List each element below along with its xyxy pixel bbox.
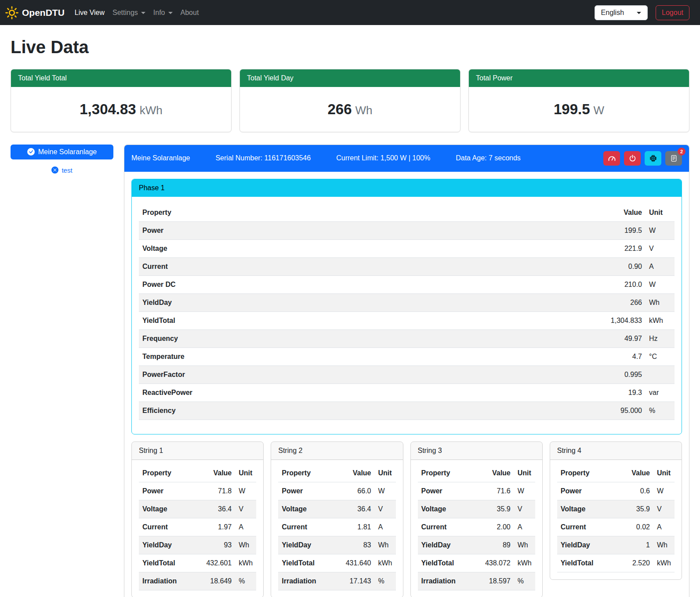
- unit-cell: Wh: [235, 536, 256, 554]
- table-row: Power 199.5 W: [139, 221, 675, 239]
- table-header-row: Property Value Unit: [278, 464, 395, 482]
- nav-info[interactable]: Info: [149, 4, 177, 22]
- journal-text-icon: [670, 155, 678, 162]
- nav-about[interactable]: About: [177, 4, 203, 22]
- check-circle-icon: [27, 148, 35, 156]
- value-cell: 17.143: [332, 572, 374, 590]
- column-header-value: Value: [616, 464, 653, 482]
- brand-label: OpenDTU: [22, 6, 65, 20]
- unit-cell: V: [375, 500, 396, 518]
- value-cell: 1,304.833: [442, 311, 646, 329]
- table-row: YieldDay 89 Wh: [418, 536, 535, 554]
- summary-card: Total Yield Total 1,304.83kWh: [11, 69, 232, 132]
- language-select[interactable]: English: [595, 5, 648, 20]
- event-log-button[interactable]: 2: [665, 151, 682, 166]
- property-cell: Efficiency: [139, 402, 442, 420]
- unit-cell: A: [514, 518, 535, 536]
- table-row: Voltage 36.4 V: [278, 500, 395, 518]
- live-data-page: Live Data Total Yield Total 1,304.83kWh …: [0, 25, 700, 597]
- string-card-title: String 3: [411, 442, 542, 460]
- table-row: Temperature 4.7 °C: [139, 347, 675, 365]
- property-cell: Irradiation: [278, 572, 332, 590]
- power-settings-button[interactable]: [624, 151, 641, 166]
- unit-cell: var: [646, 384, 675, 402]
- value-cell: 2.520: [616, 554, 653, 572]
- property-cell: YieldDay: [278, 536, 332, 554]
- property-cell: PowerFactor: [139, 365, 442, 384]
- inverter-sidebar: Meine Solaranlage test: [11, 145, 113, 174]
- language-select-value: English: [601, 9, 624, 17]
- value-cell: 36.4: [193, 500, 235, 518]
- string-4-table: Property Value Unit Power: [557, 464, 675, 572]
- value-cell: 432.601: [193, 554, 235, 572]
- unit-cell: kWh: [653, 554, 675, 572]
- value-cell: 438.072: [472, 554, 514, 572]
- property-cell: Power: [139, 482, 193, 500]
- logout-button[interactable]: Logout: [656, 5, 689, 20]
- table-row: Irradiation 17.143 %: [278, 572, 395, 590]
- inverter-select-meine-solaranlage[interactable]: Meine Solaranlage: [11, 145, 113, 159]
- unit-cell: W: [235, 482, 256, 500]
- string-card-title: String 4: [550, 442, 682, 460]
- property-cell: Current: [139, 257, 442, 275]
- table-row: Voltage 36.4 V: [139, 500, 256, 518]
- nav-settings[interactable]: Settings: [109, 4, 149, 22]
- summary-card-title: Total Yield Total: [11, 69, 231, 87]
- unit-cell: [646, 365, 675, 384]
- unit-cell: %: [375, 572, 396, 590]
- string-card-1: String 1 Property Value Unit: [131, 441, 264, 597]
- column-header-property: Property: [278, 464, 332, 482]
- table-row: YieldTotal 438.072 kWh: [418, 554, 535, 572]
- unit-cell: kWh: [375, 554, 396, 572]
- table-header-row: Property Value Unit: [557, 464, 675, 482]
- property-cell: Current: [139, 518, 193, 536]
- property-cell: Power: [557, 482, 616, 500]
- table-row: YieldTotal 1,304.833 kWh: [139, 311, 675, 329]
- nav-live-view[interactable]: Live View: [71, 4, 109, 22]
- inverter-name: Meine Solaranlage: [131, 153, 190, 163]
- page-title: Live Data: [11, 34, 689, 60]
- string-3-table: Property Value Unit Power: [418, 464, 535, 590]
- property-cell: Power: [139, 221, 442, 239]
- x-circle-icon: [51, 166, 58, 174]
- table-header-row: Property Value Unit: [418, 464, 535, 482]
- unit-cell: A: [653, 518, 675, 536]
- inverter-panel-header: Meine Solaranlage Serial Number: 1161716…: [124, 145, 689, 172]
- string-card-4: String 4 Property Value Unit: [550, 441, 682, 580]
- table-row: Current 1.81 A: [278, 518, 395, 536]
- limit-settings-button[interactable]: [603, 151, 620, 166]
- string-2-table: Property Value Unit Power: [278, 464, 395, 590]
- summary-card: Total Yield Day 266Wh: [239, 69, 461, 132]
- inverter-panel: Meine Solaranlage Serial Number: 1161716…: [124, 145, 689, 597]
- column-header-unit: Unit: [235, 464, 256, 482]
- value-cell: 71.6: [472, 482, 514, 500]
- unit-cell: %: [235, 572, 256, 590]
- table-row: Irradiation 18.649 %: [139, 572, 256, 590]
- device-info-button[interactable]: [645, 151, 661, 166]
- unit-cell: V: [514, 500, 535, 518]
- brand-link[interactable]: OpenDTU: [5, 6, 65, 20]
- property-cell: YieldTotal: [418, 554, 472, 572]
- property-cell: ReactivePower: [139, 384, 442, 402]
- unit-cell: W: [375, 482, 396, 500]
- column-header-value: Value: [332, 464, 374, 482]
- property-cell: Voltage: [139, 239, 442, 257]
- event-count-badge: 2: [678, 148, 685, 156]
- table-row: Current 1.97 A: [139, 518, 256, 536]
- property-cell: Frequency: [139, 329, 442, 347]
- inverter-select-label: test: [62, 166, 72, 174]
- column-header-unit: Unit: [375, 464, 396, 482]
- phase-card: Phase 1 Property Value Unit: [131, 179, 682, 434]
- inverter-panel-body: Phase 1 Property Value Unit: [124, 172, 689, 597]
- value-cell: 221.9: [442, 239, 646, 257]
- property-cell: Voltage: [418, 500, 472, 518]
- table-row: Power 0.6 W: [557, 482, 675, 500]
- property-cell: Voltage: [557, 500, 616, 518]
- inverter-select-test[interactable]: test: [11, 166, 113, 174]
- inverter-toolbar: 2: [603, 151, 682, 166]
- property-cell: YieldTotal: [278, 554, 332, 572]
- unit-cell: °C: [646, 347, 675, 365]
- summary-card-title: Total Power: [469, 69, 689, 87]
- unit-cell: A: [646, 257, 675, 275]
- unit-cell: W: [653, 482, 675, 500]
